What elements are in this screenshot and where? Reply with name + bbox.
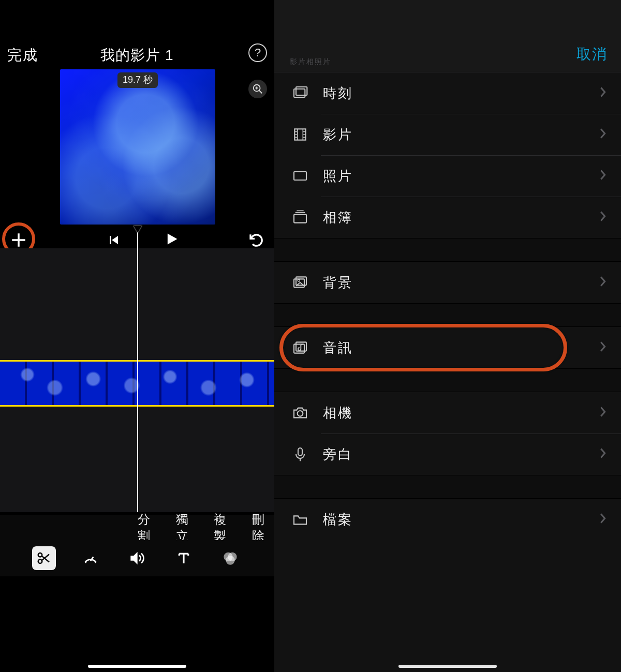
svg-rect-35 [294, 172, 306, 180]
row-label: 旁白 [323, 445, 599, 464]
chevron-right-icon [599, 211, 607, 224]
faint-section-header: 影片相照片 [290, 57, 331, 67]
speedometer-icon [82, 550, 99, 566]
svg-rect-6 [110, 236, 111, 244]
text-icon [176, 550, 191, 566]
magnifier-plus-icon [252, 83, 263, 95]
volume-tool[interactable] [125, 546, 149, 570]
editor-header: 完成 我的影片 1 ? [0, 0, 274, 68]
video-preview[interactable]: 19.7 秒 [60, 69, 215, 225]
project-title: 我的影片 1 [0, 46, 274, 65]
svg-line-1 [259, 91, 262, 94]
plus-icon [10, 231, 27, 249]
svg-rect-46 [298, 448, 302, 456]
camera-icon [289, 401, 312, 424]
svg-marker-16 [131, 552, 137, 563]
music-stack-icon [289, 336, 312, 359]
skip-to-start-button[interactable] [106, 232, 122, 248]
play-icon [165, 232, 179, 246]
row-albums[interactable]: 相簿 [274, 197, 621, 238]
film-icon [289, 123, 312, 146]
row-backgrounds[interactable]: 背景 [274, 262, 621, 303]
speed-tool[interactable] [79, 546, 102, 570]
microphone-icon [289, 443, 312, 466]
undo-button[interactable] [246, 230, 267, 250]
media-picker-sheet: 取消 影片相照片 時刻 影片 照片 [274, 0, 621, 672]
folder-icon [289, 508, 312, 531]
row-files[interactable]: 檔案 [274, 499, 621, 540]
skip-back-icon [108, 234, 120, 246]
image-stack-icon [289, 271, 312, 294]
play-button[interactable] [162, 230, 181, 248]
clip-duration-badge: 19.7 秒 [117, 72, 158, 88]
cut-tool[interactable] [32, 546, 56, 570]
row-label: 影片 [323, 126, 599, 144]
row-voiceover[interactable]: 旁白 [274, 434, 621, 475]
scissors-icon [36, 550, 52, 566]
svg-line-44 [301, 344, 303, 345]
titles-tool[interactable] [172, 546, 196, 570]
photo-icon [289, 165, 312, 187]
duplicate-action[interactable]: 複製 [214, 511, 236, 544]
svg-point-41 [298, 279, 300, 281]
chevron-right-icon [599, 513, 607, 526]
moments-icon [289, 82, 312, 104]
svg-point-45 [298, 411, 303, 416]
svg-marker-8 [168, 234, 178, 245]
zoom-button[interactable] [248, 80, 267, 98]
row-camera[interactable]: 相機 [274, 392, 621, 434]
playhead[interactable] [137, 228, 138, 512]
chevron-right-icon [599, 86, 607, 100]
edit-toolbar [0, 540, 274, 576]
delete-action[interactable]: 刪除 [252, 511, 275, 544]
home-indicator[interactable] [88, 665, 186, 668]
timeline[interactable] [0, 248, 274, 512]
help-icon: ? [255, 46, 261, 59]
row-moments[interactable]: 時刻 [274, 72, 621, 114]
picker-header: 取消 影片相照片 [274, 0, 621, 72]
svg-marker-7 [112, 236, 118, 244]
svg-rect-36 [294, 215, 306, 223]
section-separator [274, 368, 621, 392]
cancel-button[interactable]: 取消 [576, 44, 608, 64]
chevron-right-icon [599, 406, 607, 420]
section-separator [274, 238, 621, 262]
filters-icon [222, 550, 239, 566]
undo-icon [248, 232, 265, 248]
row-label: 相簿 [323, 208, 599, 227]
help-button[interactable]: ? [248, 43, 267, 62]
row-label: 背景 [323, 274, 599, 292]
speaker-icon [129, 550, 145, 566]
row-label: 照片 [323, 167, 599, 185]
clip-action-bar: 分割 獨立 複製 刪除 [0, 515, 274, 540]
chevron-right-icon [599, 128, 607, 141]
chevron-right-icon [599, 341, 607, 354]
editor-pane: 完成 我的影片 1 ? 19.7 秒 [0, 0, 274, 672]
filters-tool[interactable] [218, 546, 242, 570]
split-action[interactable]: 分割 [138, 511, 160, 544]
albums-icon [289, 206, 312, 229]
picker-list[interactable]: 時刻 影片 照片 相簿 [274, 72, 621, 672]
row-label: 相機 [323, 404, 599, 422]
home-indicator[interactable] [398, 665, 497, 668]
row-label: 音訊 [323, 339, 599, 357]
chevron-right-icon [599, 276, 607, 289]
chevron-right-icon [599, 447, 607, 461]
section-separator [274, 303, 621, 327]
row-label: 時刻 [323, 84, 599, 102]
section-separator [274, 475, 621, 499]
detach-action[interactable]: 獨立 [176, 511, 199, 544]
row-videos[interactable]: 影片 [274, 114, 621, 155]
row-photos[interactable]: 照片 [274, 155, 621, 197]
chevron-right-icon [599, 169, 607, 183]
svg-point-23 [226, 556, 234, 564]
row-audio[interactable]: 音訊 [274, 327, 621, 368]
row-label: 檔案 [323, 511, 599, 529]
